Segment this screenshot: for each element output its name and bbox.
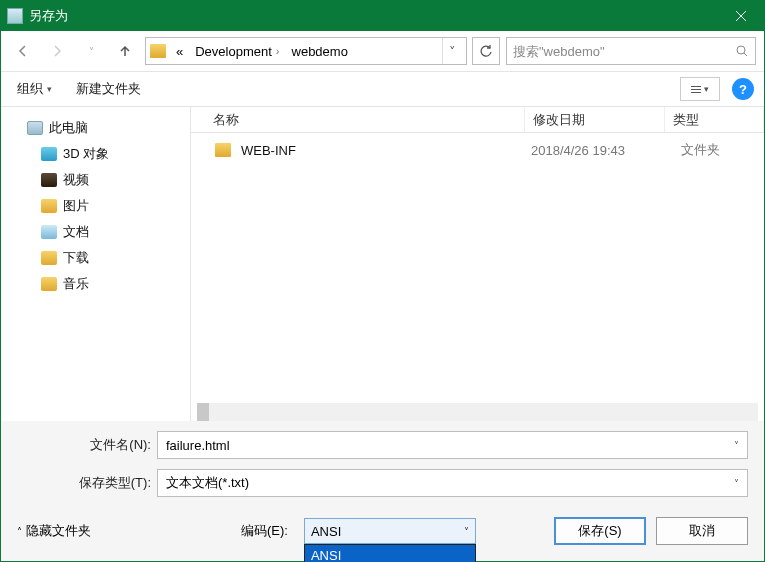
file-type: 文件夹 [671,141,720,159]
app-icon [7,8,23,24]
arrow-up-icon [118,44,132,58]
caret-up-icon: ˄ [17,526,22,537]
folder-icon [215,143,231,157]
filename-input[interactable] [166,438,734,453]
column-headers: 名称 修改日期 类型 [191,107,764,133]
column-name[interactable]: 名称 [205,107,525,132]
folder-icon [150,44,166,58]
list-icon [691,86,701,93]
column-type[interactable]: 类型 [665,107,764,132]
sidebar-item-documents[interactable]: 文档 [1,219,190,245]
view-options-button[interactable]: ▾ [680,77,720,101]
savetype-value: 文本文档(*.txt) [166,474,249,492]
documents-icon [41,225,57,239]
help-button[interactable]: ? [732,78,754,100]
window-title: 另存为 [29,7,718,25]
sidebar-this-pc[interactable]: 此电脑 [1,115,190,141]
recent-button[interactable]: ˅ [77,37,105,65]
encoding-option-ansi[interactable]: ANSI [305,545,475,562]
encoding-label: 编码(E): [241,522,294,540]
sidebar-item-pictures[interactable]: 图片 [1,193,190,219]
scrollbar-thumb[interactable] [197,403,209,421]
nav-row: ˅ « Development› webdemo ˅ [1,31,764,71]
organize-button[interactable]: 组织▾ [11,78,58,100]
search-icon [735,44,749,58]
titlebar: 另存为 [1,1,764,31]
sidebar-item-music[interactable]: 音乐 [1,271,190,297]
encoding-dropdown: ANSI Unicode Unicode big endian UTF-8 [304,544,476,562]
save-as-dialog: 另存为 ˅ « Development› webdemo ˅ [0,0,765,562]
arrow-left-icon [16,44,30,58]
sidebar-item-3d[interactable]: 3D 对象 [1,141,190,167]
file-name: WEB-INF [241,143,531,158]
hide-folders-toggle[interactable]: ˄ 隐藏文件夹 [17,522,91,540]
chevron-down-icon[interactable]: ˅ [734,440,739,451]
pictures-icon [41,199,57,213]
arrow-right-icon [50,44,64,58]
file-date: 2018/4/26 19:43 [531,143,671,158]
mid-section: 此电脑 3D 对象 视频 图片 文档 下载 音乐 名称 修改日期 类型 WEB-… [1,107,764,421]
svg-line-3 [744,53,747,56]
breadcrumb[interactable]: « Development› webdemo ˅ [145,37,467,65]
video-icon [41,173,57,187]
breadcrumb-prefix: « [170,44,189,59]
refresh-icon [479,44,493,58]
filename-input-wrapper[interactable]: ˅ [157,431,748,459]
filename-label: 文件名(N): [17,436,157,454]
forward-button[interactable] [43,37,71,65]
save-button[interactable]: 保存(S) [554,517,646,545]
breadcrumb-dropdown[interactable]: ˅ [442,38,462,64]
music-icon [41,277,57,291]
back-button[interactable] [9,37,37,65]
close-icon [735,10,747,22]
savetype-label: 保存类型(T): [17,474,157,492]
savetype-select[interactable]: 文本文档(*.txt) ˅ [157,469,748,497]
chevron-down-icon: ˅ [464,526,469,537]
toolbar: 组织▾ 新建文件夹 ▾ ? [1,71,764,107]
refresh-button[interactable] [472,37,500,65]
breadcrumb-seg2[interactable]: webdemo [286,44,354,59]
downloads-icon [41,251,57,265]
horizontal-scrollbar[interactable] [197,403,758,421]
search-input[interactable] [513,44,735,59]
chevron-down-icon: ˅ [734,478,739,489]
file-pane: 名称 修改日期 类型 WEB-INF 2018/4/26 19:43 文件夹 [191,107,764,421]
sidebar-item-video[interactable]: 视频 [1,167,190,193]
pc-icon [27,121,43,135]
column-date[interactable]: 修改日期 [525,107,665,132]
encoding-select[interactable]: ANSI ˅ ANSI Unicode Unicode big endian U… [304,518,476,544]
cancel-button[interactable]: 取消 [656,517,748,545]
sidebar: 此电脑 3D 对象 视频 图片 文档 下载 音乐 [1,107,191,421]
3d-icon [41,147,57,161]
bottom-panel: 文件名(N): ˅ 保存类型(T): 文本文档(*.txt) ˅ ˄ 隐藏文件夹… [1,421,764,561]
search-box[interactable] [506,37,756,65]
sidebar-item-downloads[interactable]: 下载 [1,245,190,271]
close-button[interactable] [718,1,764,31]
newfolder-button[interactable]: 新建文件夹 [70,78,147,100]
breadcrumb-seg1[interactable]: Development› [189,44,285,59]
encoding-selected: ANSI [311,524,341,539]
svg-point-2 [737,46,745,54]
file-row[interactable]: WEB-INF 2018/4/26 19:43 文件夹 [191,137,764,163]
up-button[interactable] [111,37,139,65]
